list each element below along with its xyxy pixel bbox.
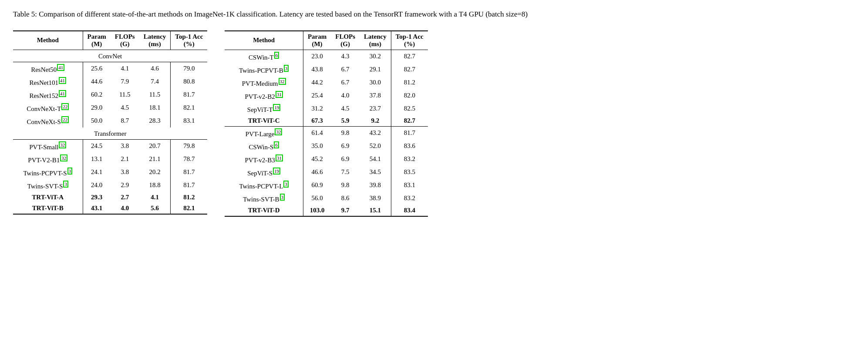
- reference-badge: 3: [283, 181, 289, 188]
- reference-badge: 32: [279, 78, 286, 85]
- table-caption: Table 5: Comparison of different state-o…: [13, 9, 840, 20]
- table-cell-flops: 3.8: [111, 166, 139, 179]
- table-cell-param: 50.0: [83, 114, 111, 128]
- table-cell-flops: 4.5: [331, 102, 360, 115]
- table-cell-param: 31.2: [303, 102, 331, 115]
- left-col-method: Method: [13, 31, 83, 50]
- table-cell-latency: 5.6: [139, 203, 171, 214]
- table-row: ConvNeXt-T22: [13, 101, 83, 114]
- right-col-param: Param(M): [303, 31, 331, 50]
- table-cell-acc: 79.8: [171, 139, 208, 153]
- table-cell-param: 25.6: [83, 62, 111, 75]
- table-cell-flops: 8.7: [111, 114, 139, 128]
- right-table: Method Param(M) FLOPs(G) Latency(ms) Top…: [225, 30, 427, 217]
- table-row: Twins-PCPVT-L3: [225, 179, 303, 192]
- table-cell-acc: 82.7: [391, 115, 428, 127]
- table-cell-param: 24.1: [83, 166, 111, 179]
- table-cell-param: 44.2: [303, 76, 331, 89]
- table-cell-param: 43.1: [83, 203, 111, 214]
- reference-badge: 3: [63, 181, 68, 188]
- reference-badge: 31: [276, 154, 283, 161]
- table-cell-acc: 79.0: [171, 62, 208, 75]
- table-cell-flops: 4.0: [111, 203, 139, 214]
- reference-badge: 31: [276, 91, 283, 98]
- section-header: Transformer: [13, 128, 207, 140]
- table-cell-param: 35.0: [303, 140, 331, 153]
- table-cell-latency: 39.8: [360, 179, 391, 192]
- table-cell-acc: 81.7: [171, 88, 208, 101]
- reference-badge: 41: [57, 64, 64, 71]
- table-cell-flops: 9.8: [331, 179, 360, 192]
- table-cell-flops: 2.7: [111, 192, 139, 203]
- table-cell-acc: 81.7: [171, 166, 208, 179]
- table-cell-latency: 37.8: [360, 89, 391, 102]
- reference-badge: 6: [274, 52, 279, 59]
- table-cell-acc: 82.1: [171, 203, 208, 214]
- table-cell-flops: 6.7: [331, 76, 360, 89]
- table-cell-acc: 82.7: [391, 50, 428, 63]
- table-cell-acc: 82.7: [391, 63, 428, 76]
- left-col-param: Param(M): [83, 31, 111, 50]
- table-cell-acc: 78.7: [171, 153, 208, 166]
- right-col-acc: Top-1 Acc(%): [391, 31, 428, 50]
- reference-badge: 19: [273, 104, 280, 111]
- table-row: ResNet10141: [13, 75, 83, 88]
- table-cell-flops: 2.1: [111, 153, 139, 166]
- table-row: ResNet5041: [13, 62, 83, 75]
- table-cell-latency: 28.3: [139, 114, 171, 128]
- reference-badge: 41: [59, 90, 66, 97]
- table-cell-latency: 52.0: [360, 140, 391, 153]
- table-row: Twins-PCPVT-S3: [13, 166, 83, 179]
- table-cell-flops: 8.6: [331, 192, 360, 205]
- table-row: PVT-v2-B331: [225, 153, 303, 166]
- right-table-container: Method Param(M) FLOPs(G) Latency(ms) Top…: [225, 30, 427, 217]
- table-cell-acc: 81.7: [391, 126, 428, 140]
- table-row: ConvNeXt-S22: [13, 114, 83, 128]
- table-cell-param: 29.0: [83, 101, 111, 114]
- table-row: PVT-Medium32: [225, 76, 303, 89]
- table-row: CSWin-T6: [225, 50, 303, 63]
- table-row: Twins-PCPVT-B3: [225, 63, 303, 76]
- table-row: TRT-ViT-C: [225, 115, 303, 127]
- table-cell-latency: 34.5: [360, 166, 391, 179]
- reference-badge: 22: [61, 116, 69, 123]
- reference-badge: 41: [59, 77, 66, 84]
- tables-container: Method Param(M) FLOPs(G) Latency(ms) Top…: [13, 30, 855, 217]
- table-row: TRT-ViT-A: [13, 192, 83, 203]
- table-row: PVT-v2-B231: [225, 89, 303, 102]
- table-cell-param: 56.0: [303, 192, 331, 205]
- table-cell-latency: 54.1: [360, 153, 391, 166]
- reference-badge: 3: [280, 194, 285, 201]
- reference-badge: 22: [61, 103, 69, 110]
- table-row: PVT-Small32: [13, 139, 83, 153]
- table-cell-param: 43.8: [303, 63, 331, 76]
- table-cell-param: 60.9: [303, 179, 331, 192]
- table-cell-acc: 81.2: [171, 192, 208, 203]
- table-cell-latency: 23.7: [360, 102, 391, 115]
- table-cell-acc: 81.2: [391, 76, 428, 89]
- table-cell-acc: 82.1: [171, 101, 208, 114]
- right-col-method: Method: [225, 31, 303, 50]
- right-col-latency: Latency(ms): [360, 31, 391, 50]
- table-row: SepViT-T19: [225, 102, 303, 115]
- table-cell-param: 23.0: [303, 50, 331, 63]
- table-cell-acc: 83.6: [391, 140, 428, 153]
- table-cell-flops: 9.7: [331, 205, 360, 216]
- right-col-flops: FLOPs(G): [331, 31, 360, 50]
- table-cell-flops: 3.8: [111, 139, 139, 153]
- table-row: Twins-SVT-B3: [225, 192, 303, 205]
- table-cell-acc: 83.2: [391, 192, 428, 205]
- table-cell-latency: 20.2: [139, 166, 171, 179]
- table-cell-flops: 4.5: [111, 101, 139, 114]
- table-cell-latency: 11.5: [139, 88, 171, 101]
- table-cell-param: 67.3: [303, 115, 331, 127]
- table-row: PVT-V2-B132: [13, 153, 83, 166]
- left-table: Method Param(M) FLOPs(G) Latency(ms) Top…: [13, 30, 207, 215]
- reference-badge: 32: [59, 141, 66, 148]
- table-cell-flops: 4.0: [331, 89, 360, 102]
- table-cell-latency: 18.8: [139, 179, 171, 192]
- table-cell-acc: 83.5: [391, 166, 428, 179]
- table-cell-acc: 83.2: [391, 153, 428, 166]
- table-cell-param: 24.0: [83, 179, 111, 192]
- table-cell-acc: 81.7: [171, 179, 208, 192]
